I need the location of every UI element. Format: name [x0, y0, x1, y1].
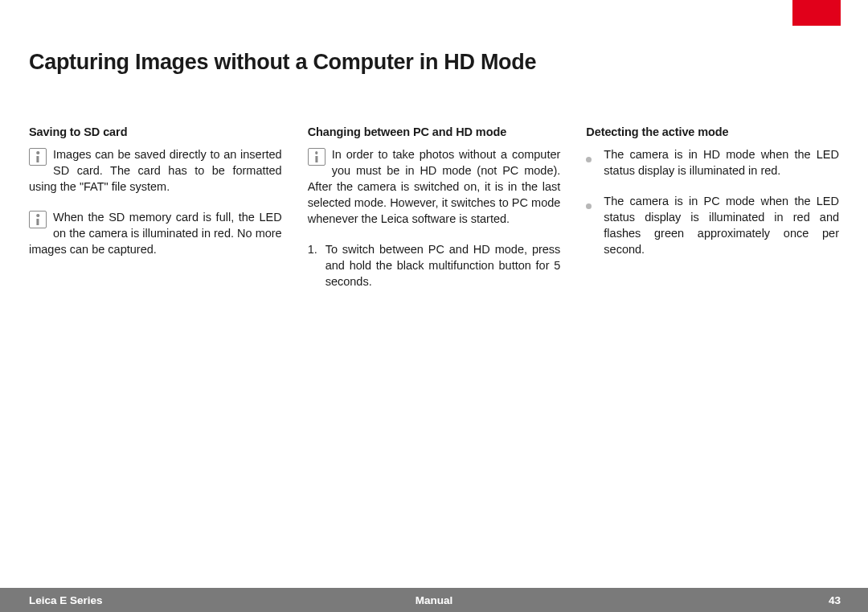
- column-saving-sd: Saving to SD card Images can be saved di…: [29, 124, 282, 298]
- heading-detect-mode: Detecting the active mode: [586, 124, 839, 140]
- step-text: To switch between PC and HD mode, press …: [326, 241, 561, 290]
- brand-color-block: [792, 0, 841, 26]
- column-change-mode: Changing between PC and HD mode In order…: [308, 124, 561, 298]
- heading-change-mode: Changing between PC and HD mode: [308, 124, 561, 140]
- footer-page-number: 43: [829, 594, 841, 606]
- info-block-sd-full: When the SD memory card is full, the LED…: [29, 209, 282, 257]
- page-title: Capturing Images without a Computer in H…: [29, 50, 536, 75]
- body-text: When the SD memory card is full, the LED…: [29, 211, 282, 256]
- info-icon: [308, 148, 326, 166]
- step-number: 1.: [308, 241, 326, 290]
- content-columns: Saving to SD card Images can be saved di…: [29, 124, 839, 298]
- heading-saving-sd: Saving to SD card: [29, 124, 282, 140]
- column-detect-mode: Detecting the active mode The camera is …: [586, 124, 839, 298]
- footer-doc-type: Manual: [416, 594, 453, 606]
- info-block-sd-format: Images can be saved directly to an inser…: [29, 146, 282, 195]
- info-block-hd-mode: In order to take photos without a comput…: [308, 146, 561, 227]
- step-1: 1. To switch between PC and HD mode, pre…: [308, 241, 561, 290]
- bullet-hd-mode: The camera is in HD mode when the LED st…: [586, 146, 839, 179]
- footer-product: Leica E Series: [29, 594, 103, 606]
- bullet-icon: [586, 193, 604, 257]
- page-footer: Leica E Series Manual 43: [0, 588, 868, 612]
- body-text: Images can be saved directly to an inser…: [29, 148, 282, 193]
- bullet-text: The camera is in HD mode when the LED st…: [604, 146, 839, 179]
- body-text: In order to take photos without a comput…: [308, 148, 561, 225]
- info-icon: [29, 148, 47, 166]
- bullet-text: The camera is in PC mode when the LED st…: [604, 193, 839, 257]
- bullet-pc-mode: The camera is in PC mode when the LED st…: [586, 193, 839, 257]
- bullet-icon: [586, 146, 604, 179]
- info-icon: [29, 211, 47, 228]
